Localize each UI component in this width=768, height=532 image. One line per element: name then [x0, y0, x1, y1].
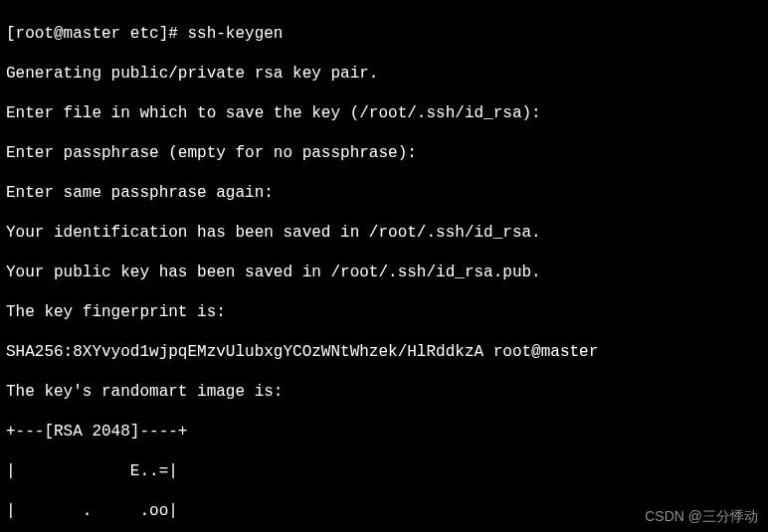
terminal-line: Enter passphrase (empty for no passphras… — [6, 143, 762, 163]
terminal-line: Enter file in which to save the key (/ro… — [6, 103, 762, 123]
terminal-line: Your public key has been saved in /root/… — [6, 263, 762, 282]
terminal-line: Generating public/private rsa key pair. — [6, 64, 762, 84]
terminal-line: The key's randomart image is: — [6, 382, 762, 402]
terminal-line: The key fingerprint is: — [6, 302, 762, 322]
terminal-line: Your identification has been saved in /r… — [6, 223, 762, 243]
terminal-line: | E..=| — [6, 461, 762, 481]
terminal-line: [root@master etc]# ssh-keygen — [6, 24, 762, 44]
terminal-output[interactable]: [root@master etc]# ssh-keygen Generating… — [0, 0, 768, 532]
watermark-text: CSDN @三分悸动 — [645, 506, 758, 526]
terminal-line: Enter same passphrase again: — [6, 183, 762, 203]
terminal-line: SHA256:8XYvyod1wjpqEMzvUlubxgYCOzWNtWhze… — [6, 342, 762, 362]
terminal-line: +---[RSA 2048]----+ — [6, 422, 762, 442]
